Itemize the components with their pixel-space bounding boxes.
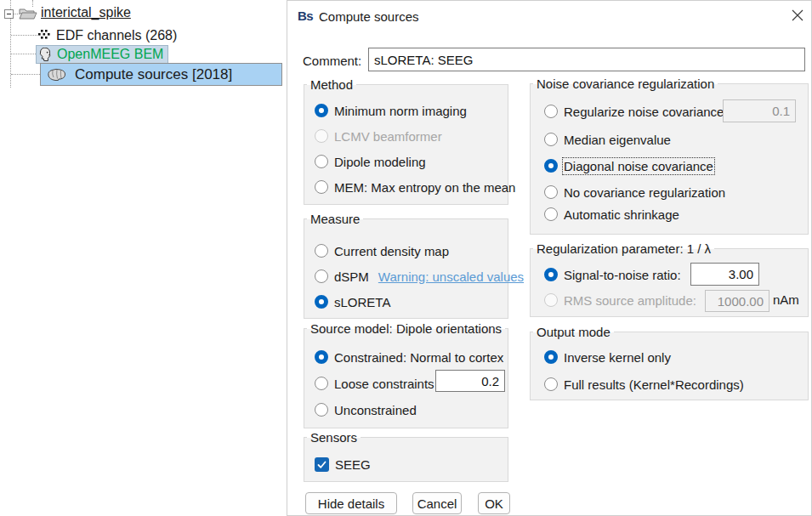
tree-connector-line <box>11 74 40 75</box>
radio-icon[interactable] <box>315 180 328 194</box>
radio-no-covariance-regularization[interactable]: No covariance regularization <box>544 183 725 201</box>
radio-mem-max-entropy[interactable]: MEM: Max entropy on the mean <box>315 178 515 196</box>
radio-label: Full results (Kernel*Recordings) <box>564 377 744 392</box>
signal-to-noise-ratio-input[interactable] <box>690 263 759 286</box>
ok-button[interactable]: OK <box>478 492 510 514</box>
radio-icon[interactable] <box>315 269 328 283</box>
radio-label: Regularize noise covariance: <box>564 105 728 119</box>
radio-full-results[interactable]: Full results (Kernel*Recordings) <box>544 375 744 394</box>
radio-icon[interactable] <box>544 159 558 173</box>
source-model-group-label: Source model: Dipole orientations <box>307 320 505 337</box>
radio-inverse-kernel-only[interactable]: Inverse kernel only <box>544 348 671 366</box>
radio-diagonal-noise-covariance[interactable]: Diagonal noise covariance <box>544 156 713 175</box>
channels-icon <box>37 30 50 42</box>
radio-label: Signal-to-noise ratio: <box>564 268 681 282</box>
tree-item-edf-channels[interactable]: EDF channels (268) <box>56 28 177 43</box>
comment-input[interactable] <box>368 48 805 71</box>
cancel-button[interactable]: Cancel <box>412 492 462 514</box>
radio-icon[interactable] <box>544 133 558 146</box>
folder-open-icon <box>19 7 37 20</box>
radio-lcmv-beamformer: LCMV beamformer <box>315 127 442 145</box>
radio-minimum-norm-imaging[interactable]: Minimum norm imaging <box>315 101 467 120</box>
screen: interictal_spike EDF channels (268) Open… <box>0 0 812 516</box>
dialog-title: Compute sources <box>319 9 419 24</box>
radio-label: RMS source amplitude: <box>564 293 696 308</box>
radio-icon[interactable] <box>315 244 328 258</box>
radio-label: Current density map <box>334 244 449 258</box>
comment-label: Comment: <box>303 54 361 68</box>
brainstorm-logo-icon: Bs <box>298 9 313 23</box>
radio-icon[interactable] <box>544 350 558 364</box>
tree-item-interictal-spike[interactable]: interictal_spike <box>41 5 131 20</box>
minus-icon <box>7 14 11 14</box>
hide-details-button[interactable]: Hide details <box>305 492 397 514</box>
radio-current-density-map[interactable]: Current density map <box>315 241 449 260</box>
radio-icon[interactable] <box>544 207 558 221</box>
radio-label: Automatic shrinkage <box>564 207 679 222</box>
radio-rms-source-amplitude: RMS source amplitude: <box>544 291 696 309</box>
radio-unconstrained[interactable]: Unconstrained <box>315 400 417 419</box>
noise-covariance-group-label: Noise covariance regularization <box>533 76 718 93</box>
radio-dipole-modeling[interactable]: Dipole modeling <box>315 152 426 171</box>
radio-median-eigenvalue[interactable]: Median eigenvalue <box>544 130 671 149</box>
radio-regularize-noise-covariance[interactable]: Regularize noise covariance: <box>544 102 728 121</box>
output-mode-group-label: Output mode <box>533 324 614 341</box>
radio-icon[interactable] <box>315 403 328 417</box>
tree-item-openmeeg-bem[interactable]: OpenMEEG BEM <box>36 45 168 64</box>
radio-icon[interactable] <box>315 377 328 390</box>
regularize-noise-covariance-input <box>723 99 796 122</box>
tree-item-compute-sources[interactable]: Compute sources [2018] <box>40 63 282 86</box>
radio-label: Minimum norm imaging <box>334 104 467 118</box>
radio-icon[interactable] <box>315 295 328 309</box>
radio-icon[interactable] <box>315 350 328 364</box>
measure-group: Measure Current density map dSPM Warning… <box>304 218 508 319</box>
radio-icon[interactable] <box>544 105 558 118</box>
measure-group-label: Measure <box>307 211 363 228</box>
checkbox-checked-icon[interactable] <box>315 457 329 472</box>
radio-icon[interactable] <box>544 377 558 391</box>
loose-constraints-input[interactable] <box>435 370 505 392</box>
radio-loose-constraints[interactable]: Loose constraints <box>315 374 434 393</box>
regularization-parameter-group: Regularization parameter: 1 / λ Signal-t… <box>530 248 809 317</box>
method-group: Method Minimum norm imaging LCMV beamfor… <box>304 84 508 205</box>
radio-signal-to-noise-ratio[interactable]: Signal-to-noise ratio: <box>544 265 681 284</box>
radio-constrained-normal-to-cortex[interactable]: Constrained: Normal to cortex <box>315 348 503 366</box>
method-group-label: Method <box>307 77 356 94</box>
rms-source-amplitude-input <box>705 290 769 312</box>
head-icon <box>39 48 52 62</box>
radio-icon[interactable] <box>315 155 328 168</box>
radio-label: dSPM <box>334 269 369 284</box>
collapse-toggle[interactable] <box>4 9 14 19</box>
warning-unscaled-values-link[interactable]: Warning: unscaled values <box>378 269 524 284</box>
radio-icon[interactable] <box>544 185 558 199</box>
tree-item-label: OpenMEEG BEM <box>57 47 163 62</box>
brain-icon <box>47 68 66 82</box>
radio-sloreta[interactable]: sLORETA <box>315 292 390 311</box>
radio-dspm[interactable]: dSPM Warning: unscaled values <box>315 267 524 286</box>
radio-label: Unconstrained <box>334 403 417 417</box>
radio-icon[interactable] <box>315 104 328 117</box>
radio-label: Diagonal noise covariance <box>564 159 713 173</box>
tree-connector-line <box>11 54 36 54</box>
radio-icon <box>544 293 558 307</box>
close-button[interactable] <box>789 7 806 24</box>
radio-icon[interactable] <box>544 268 558 281</box>
noise-covariance-group: Noise covariance regularization Regulari… <box>530 83 809 235</box>
tree-connector-line <box>32 0 33 7</box>
close-icon <box>792 9 803 21</box>
radio-label: sLORETA <box>334 295 390 309</box>
tree-connector-line <box>11 35 37 36</box>
radio-label: Median eigenvalue <box>564 133 671 147</box>
radio-icon <box>315 129 328 143</box>
checkbox-seeg[interactable]: SEEG <box>315 455 371 473</box>
source-model-group: Source model: Dipole orientations Constr… <box>304 328 508 428</box>
radio-automatic-shrinkage[interactable]: Automatic shrinkage <box>544 205 679 224</box>
radio-label: LCMV beamformer <box>334 129 442 144</box>
sensors-group: Sensors SEEG <box>304 437 508 482</box>
sensors-group-label: Sensors <box>307 429 361 446</box>
tree-item-label: Compute sources [2018] <box>75 66 232 83</box>
radio-label: Inverse kernel only <box>564 350 671 365</box>
compute-sources-dialog: Bs Compute sources Comment: Method Minim… <box>287 0 812 516</box>
regularization-parameter-group-label: Regularization parameter: 1 / λ <box>533 241 714 258</box>
radio-label: Loose constraints <box>334 377 434 391</box>
